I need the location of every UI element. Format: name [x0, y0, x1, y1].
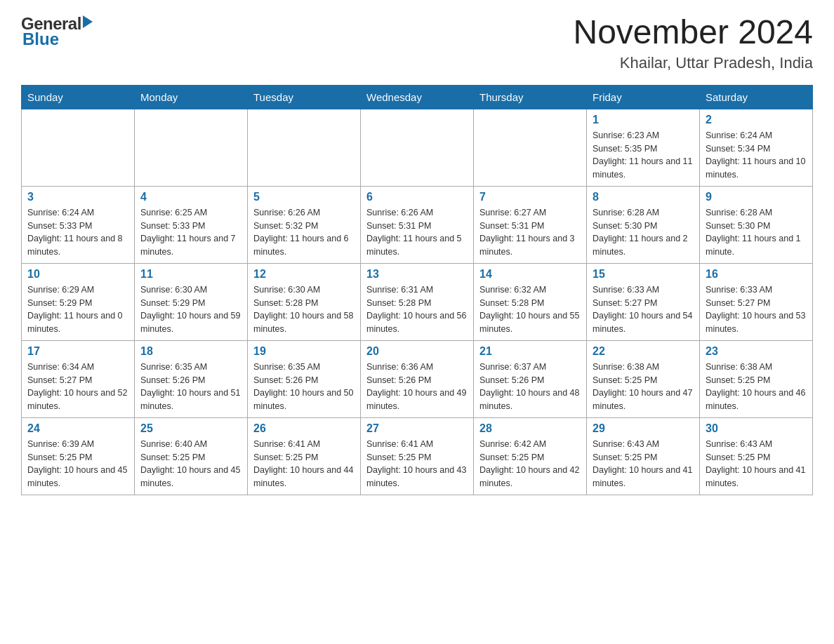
weekday-header-friday: Friday [587, 85, 700, 109]
day-number: 13 [366, 268, 468, 281]
day-info: Sunrise: 6:30 AMSunset: 5:28 PMDaylight:… [253, 283, 355, 336]
day-number: 16 [706, 268, 807, 281]
calendar-cell: 13Sunrise: 6:31 AMSunset: 5:28 PMDayligh… [361, 263, 474, 340]
calendar-cell: 22Sunrise: 6:38 AMSunset: 5:25 PMDayligh… [587, 340, 700, 417]
calendar-cell: 16Sunrise: 6:33 AMSunset: 5:27 PMDayligh… [700, 263, 813, 340]
calendar-cell: 7Sunrise: 6:27 AMSunset: 5:31 PMDaylight… [474, 186, 587, 263]
weekday-header-monday: Monday [135, 85, 248, 109]
calendar-cell [135, 109, 248, 186]
day-info: Sunrise: 6:42 AMSunset: 5:25 PMDaylight:… [479, 438, 581, 490]
week-row-5: 24Sunrise: 6:39 AMSunset: 5:25 PMDayligh… [22, 417, 813, 495]
weekday-header-tuesday: Tuesday [248, 85, 361, 109]
calendar-cell: 6Sunrise: 6:26 AMSunset: 5:31 PMDaylight… [361, 186, 474, 263]
calendar-cell: 24Sunrise: 6:39 AMSunset: 5:25 PMDayligh… [22, 417, 135, 495]
calendar-cell: 8Sunrise: 6:28 AMSunset: 5:30 PMDaylight… [587, 186, 700, 263]
calendar-cell: 2Sunrise: 6:24 AMSunset: 5:34 PMDaylight… [700, 109, 813, 186]
calendar-cell: 5Sunrise: 6:26 AMSunset: 5:32 PMDaylight… [248, 186, 361, 263]
day-number: 8 [593, 191, 694, 203]
week-row-3: 10Sunrise: 6:29 AMSunset: 5:29 PMDayligh… [22, 263, 813, 340]
day-info: Sunrise: 6:38 AMSunset: 5:25 PMDaylight:… [593, 361, 694, 413]
day-info: Sunrise: 6:39 AMSunset: 5:25 PMDaylight:… [27, 438, 128, 490]
day-info: Sunrise: 6:35 AMSunset: 5:26 PMDaylight:… [140, 361, 241, 413]
calendar-cell: 17Sunrise: 6:34 AMSunset: 5:27 PMDayligh… [22, 340, 135, 417]
day-number: 1 [593, 114, 694, 126]
day-number: 29 [593, 422, 694, 435]
calendar-cell [22, 109, 135, 186]
week-row-4: 17Sunrise: 6:34 AMSunset: 5:27 PMDayligh… [22, 340, 813, 417]
calendar-cell: 26Sunrise: 6:41 AMSunset: 5:25 PMDayligh… [248, 417, 361, 495]
week-row-1: 1Sunrise: 6:23 AMSunset: 5:35 PMDaylight… [22, 109, 813, 186]
day-info: Sunrise: 6:33 AMSunset: 5:27 PMDaylight:… [706, 283, 807, 336]
calendar-cell: 23Sunrise: 6:38 AMSunset: 5:25 PMDayligh… [700, 340, 813, 417]
day-number: 11 [140, 268, 241, 281]
calendar-cell: 27Sunrise: 6:41 AMSunset: 5:25 PMDayligh… [361, 417, 474, 495]
day-number: 9 [706, 191, 807, 203]
calendar-cell: 9Sunrise: 6:28 AMSunset: 5:30 PMDaylight… [700, 186, 813, 263]
day-info: Sunrise: 6:24 AMSunset: 5:34 PMDaylight:… [706, 129, 807, 182]
day-number: 26 [253, 422, 355, 435]
calendar-cell: 18Sunrise: 6:35 AMSunset: 5:26 PMDayligh… [135, 340, 248, 417]
day-info: Sunrise: 6:38 AMSunset: 5:25 PMDaylight:… [706, 361, 807, 413]
calendar-cell [474, 109, 587, 186]
day-number: 7 [479, 191, 581, 203]
day-info: Sunrise: 6:24 AMSunset: 5:33 PMDaylight:… [27, 206, 128, 259]
day-number: 5 [253, 191, 355, 203]
day-info: Sunrise: 6:32 AMSunset: 5:28 PMDaylight:… [479, 283, 581, 336]
calendar-cell: 20Sunrise: 6:36 AMSunset: 5:26 PMDayligh… [361, 340, 474, 417]
calendar-cell: 14Sunrise: 6:32 AMSunset: 5:28 PMDayligh… [474, 263, 587, 340]
day-info: Sunrise: 6:23 AMSunset: 5:35 PMDaylight:… [593, 129, 694, 182]
day-info: Sunrise: 6:33 AMSunset: 5:27 PMDaylight:… [593, 283, 694, 336]
calendar-cell: 10Sunrise: 6:29 AMSunset: 5:29 PMDayligh… [22, 263, 135, 340]
day-number: 3 [27, 191, 128, 203]
day-number: 22 [593, 345, 694, 358]
day-info: Sunrise: 6:34 AMSunset: 5:27 PMDaylight:… [27, 361, 128, 413]
calendar-cell: 4Sunrise: 6:25 AMSunset: 5:33 PMDaylight… [135, 186, 248, 263]
calendar-cell: 21Sunrise: 6:37 AMSunset: 5:26 PMDayligh… [474, 340, 587, 417]
week-row-2: 3Sunrise: 6:24 AMSunset: 5:33 PMDaylight… [22, 186, 813, 263]
day-number: 18 [140, 345, 241, 358]
calendar-cell: 25Sunrise: 6:40 AMSunset: 5:25 PMDayligh… [135, 417, 248, 495]
day-info: Sunrise: 6:26 AMSunset: 5:31 PMDaylight:… [366, 206, 468, 259]
calendar-cell: 15Sunrise: 6:33 AMSunset: 5:27 PMDayligh… [587, 263, 700, 340]
logo-arrow-icon [83, 15, 93, 28]
day-info: Sunrise: 6:35 AMSunset: 5:26 PMDaylight:… [253, 361, 355, 413]
calendar-cell: 1Sunrise: 6:23 AMSunset: 5:35 PMDaylight… [587, 109, 700, 186]
day-info: Sunrise: 6:37 AMSunset: 5:26 PMDaylight:… [479, 361, 581, 413]
calendar-table: SundayMondayTuesdayWednesdayThursdayFrid… [21, 85, 813, 495]
day-number: 2 [706, 114, 807, 126]
day-number: 14 [479, 268, 581, 281]
day-number: 28 [479, 422, 581, 435]
day-number: 12 [253, 268, 355, 281]
weekday-header-wednesday: Wednesday [361, 85, 474, 109]
day-number: 10 [27, 268, 128, 281]
day-info: Sunrise: 6:29 AMSunset: 5:29 PMDaylight:… [27, 283, 128, 336]
day-info: Sunrise: 6:30 AMSunset: 5:29 PMDaylight:… [140, 283, 241, 336]
day-info: Sunrise: 6:40 AMSunset: 5:25 PMDaylight:… [140, 438, 241, 490]
day-number: 21 [479, 345, 581, 358]
weekday-header-saturday: Saturday [700, 85, 813, 109]
day-info: Sunrise: 6:43 AMSunset: 5:25 PMDaylight:… [706, 438, 807, 490]
day-info: Sunrise: 6:25 AMSunset: 5:33 PMDaylight:… [140, 206, 241, 259]
calendar-cell [361, 109, 474, 186]
day-info: Sunrise: 6:41 AMSunset: 5:25 PMDaylight:… [253, 438, 355, 490]
day-number: 20 [366, 345, 468, 358]
day-number: 15 [593, 268, 694, 281]
location-title: Khailar, Uttar Pradesh, India [573, 54, 813, 72]
day-info: Sunrise: 6:27 AMSunset: 5:31 PMDaylight:… [479, 206, 581, 259]
logo-blue-text: Blue [21, 29, 59, 49]
day-info: Sunrise: 6:43 AMSunset: 5:25 PMDaylight:… [593, 438, 694, 490]
title-area: November 2024 Khailar, Uttar Pradesh, In… [573, 14, 813, 72]
day-number: 24 [27, 422, 128, 435]
calendar-cell [248, 109, 361, 186]
calendar-cell: 3Sunrise: 6:24 AMSunset: 5:33 PMDaylight… [22, 186, 135, 263]
day-number: 25 [140, 422, 241, 435]
month-title: November 2024 [573, 14, 813, 51]
day-number: 30 [706, 422, 807, 435]
calendar-cell: 28Sunrise: 6:42 AMSunset: 5:25 PMDayligh… [474, 417, 587, 495]
day-info: Sunrise: 6:26 AMSunset: 5:32 PMDaylight:… [253, 206, 355, 259]
logo: General Blue [21, 14, 93, 49]
calendar-cell: 19Sunrise: 6:35 AMSunset: 5:26 PMDayligh… [248, 340, 361, 417]
day-number: 19 [253, 345, 355, 358]
day-info: Sunrise: 6:28 AMSunset: 5:30 PMDaylight:… [706, 206, 807, 259]
calendar-cell: 12Sunrise: 6:30 AMSunset: 5:28 PMDayligh… [248, 263, 361, 340]
